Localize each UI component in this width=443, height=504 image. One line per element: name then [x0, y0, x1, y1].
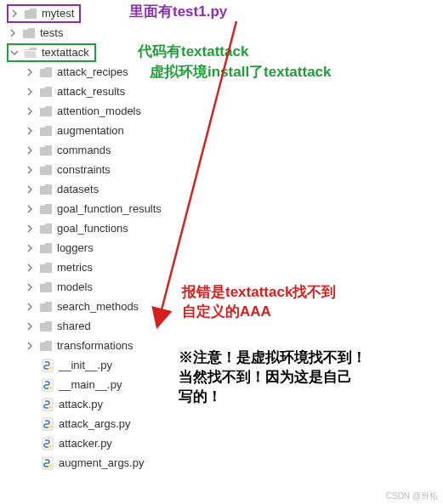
folder-label: metrics	[57, 261, 93, 274]
chevron-right-icon[interactable]	[24, 105, 36, 117]
tree-row[interactable]: goal_functions	[7, 218, 443, 238]
tree-row[interactable]: search_methods	[7, 297, 443, 316]
file-tree: mytest tests textattack attack_recipes a…	[0, 0, 443, 473]
tree-row-mytest[interactable]: mytest	[7, 3, 443, 23]
tree-row[interactable]: augmentation	[7, 121, 443, 140]
chevron-down-icon[interactable]	[9, 47, 20, 59]
folder-label: shared	[57, 320, 91, 332]
tree-row[interactable]: attention_models	[7, 101, 443, 121]
folder-label: textattack	[42, 46, 89, 59]
folder-icon	[39, 281, 53, 293]
chevron-right-icon[interactable]	[24, 203, 36, 215]
tree-row[interactable]: shared	[7, 316, 443, 336]
chevron-right-icon[interactable]	[24, 281, 36, 293]
folder-icon	[39, 320, 53, 332]
tree-row-file[interactable]: augment_args.py	[7, 453, 443, 473]
tree-row[interactable]: transformations	[7, 336, 443, 355]
folder-label: models	[57, 280, 93, 293]
tree-row-file[interactable]: attacker.py	[7, 433, 443, 453]
tree-row[interactable]: attack_results	[7, 82, 443, 101]
chevron-right-icon[interactable]	[24, 184, 36, 195]
folder-icon	[39, 105, 53, 117]
chevron-right-icon[interactable]	[24, 320, 36, 332]
folder-icon	[39, 86, 53, 98]
tree-row[interactable]: commands	[7, 140, 443, 160]
file-label: augment_args.py	[59, 456, 144, 469]
folder-label: transformations	[57, 339, 133, 352]
watermark: CSDN @卅拓	[386, 490, 438, 502]
folder-label: attack_recipes	[57, 65, 128, 78]
folder-open-icon	[24, 47, 37, 59]
chevron-right-icon[interactable]	[24, 66, 36, 78]
folder-label: datasets	[57, 183, 99, 195]
svg-point-1	[48, 366, 52, 370]
tree-row-file[interactable]: attack_args.py	[7, 414, 443, 433]
file-label: attacker.py	[59, 437, 112, 450]
tree-row-textattack[interactable]: textattack	[7, 42, 443, 62]
folder-label: constraints	[57, 163, 111, 176]
file-label: attack.py	[59, 398, 103, 411]
tree-row[interactable]: models	[7, 277, 443, 297]
python-file-icon	[41, 398, 54, 411]
folder-icon	[24, 8, 37, 20]
folder-label: attention_models	[57, 105, 141, 117]
chevron-right-icon[interactable]	[7, 27, 19, 39]
tree-row-file[interactable]: attack.py	[7, 394, 443, 414]
folder-icon	[39, 242, 53, 254]
svg-point-7	[48, 425, 52, 428]
chevron-right-icon[interactable]	[24, 164, 36, 176]
folder-label: goal_function_results	[57, 202, 162, 215]
svg-point-5	[48, 405, 52, 409]
file-label: __init__.py	[59, 359, 112, 371]
chevron-right-icon[interactable]	[24, 86, 36, 98]
folder-icon	[39, 203, 53, 215]
tree-row[interactable]: loggers	[7, 238, 443, 258]
chevron-right-icon[interactable]	[24, 242, 36, 254]
chevron-right-icon[interactable]	[24, 223, 36, 235]
tree-row[interactable]: datasets	[7, 179, 443, 199]
folder-label: mytest	[42, 7, 74, 20]
svg-point-3	[48, 386, 52, 389]
folder-icon	[39, 66, 53, 78]
tree-row[interactable]: attack_recipes	[7, 62, 443, 82]
tree-row[interactable]: constraints	[7, 160, 443, 179]
chevron-right-icon[interactable]	[24, 301, 36, 313]
folder-label: commands	[57, 144, 111, 156]
folder-icon	[39, 340, 53, 352]
tree-row[interactable]: metrics	[7, 258, 443, 277]
folder-icon	[39, 164, 53, 176]
chevron-right-icon[interactable]	[24, 144, 36, 156]
file-label: __main__.py	[59, 378, 122, 391]
folder-icon	[39, 144, 53, 156]
folder-icon	[39, 184, 53, 195]
folder-label: goal_functions	[57, 222, 128, 235]
folder-label: loggers	[57, 241, 94, 254]
tree-row-file[interactable]: __main__.py	[7, 375, 443, 394]
folder-icon	[39, 301, 53, 313]
python-file-icon	[41, 417, 54, 431]
folder-label: tests	[40, 26, 63, 39]
python-file-icon	[41, 456, 54, 470]
svg-point-11	[48, 464, 52, 467]
folder-label: attack_results	[57, 85, 125, 98]
chevron-right-icon[interactable]	[9, 8, 20, 20]
folder-icon	[22, 27, 36, 39]
folder-icon	[39, 262, 53, 274]
folder-label: search_methods	[57, 300, 139, 313]
chevron-right-icon[interactable]	[24, 125, 36, 137]
python-file-icon	[41, 359, 54, 372]
file-label: attack_args.py	[59, 417, 131, 430]
chevron-right-icon[interactable]	[24, 340, 36, 352]
folder-icon	[39, 125, 53, 137]
chevron-right-icon[interactable]	[24, 262, 36, 274]
tree-row-file[interactable]: __init__.py	[7, 355, 443, 375]
folder-icon	[39, 223, 53, 235]
tree-row[interactable]: goal_function_results	[7, 199, 443, 218]
svg-point-9	[48, 445, 52, 448]
folder-label: augmentation	[57, 124, 124, 137]
python-file-icon	[41, 378, 54, 392]
tree-row-tests[interactable]: tests	[7, 23, 443, 42]
python-file-icon	[41, 437, 54, 450]
